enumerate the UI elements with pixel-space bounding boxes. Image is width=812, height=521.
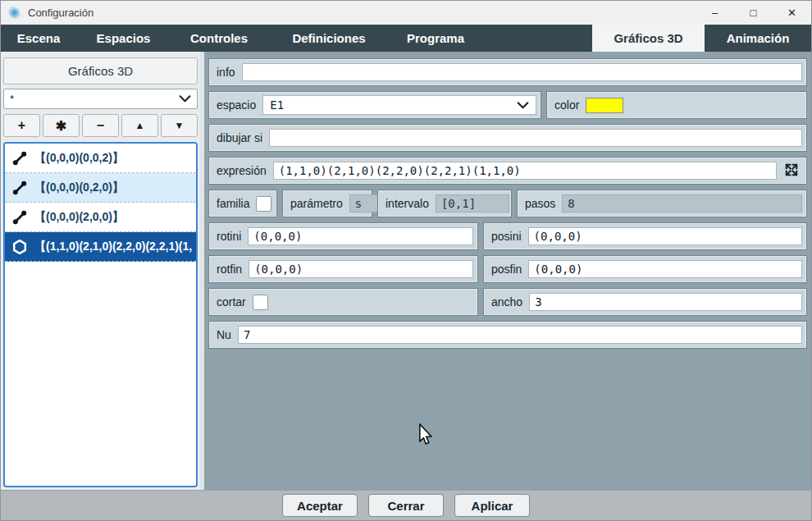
tab-definiciones[interactable]: Definiciones [267, 25, 390, 52]
row-nu: Nu [208, 321, 807, 349]
expand-icon [783, 162, 800, 181]
list-item-label: 【(0,0,0)(2,0,0)】 [34, 210, 124, 225]
info-group: info [208, 58, 807, 86]
parametro-label: parámetro [290, 197, 343, 210]
tab-graficos-3d[interactable]: Gráficos 3D [592, 25, 705, 52]
color-swatch[interactable] [586, 98, 623, 113]
tab-animacion[interactable]: Animación [705, 25, 811, 52]
intervalo-label: intervalo [385, 197, 429, 210]
tab-controles[interactable]: Controles [171, 25, 267, 52]
intervalo-group: intervalo [377, 190, 512, 217]
cortar-group: cortar [208, 288, 478, 316]
dibujar-si-label: dibujar si [217, 131, 262, 144]
posfin-group: posfin [483, 255, 807, 283]
title-bar: Configuración – □ ✕ [1, 1, 811, 25]
espacio-label: espacio [217, 98, 256, 112]
properties-panel: info espacio E1 color [204, 52, 811, 490]
posfin-label: posfin [491, 263, 522, 276]
apply-button[interactable]: Aplicar [454, 494, 530, 517]
info-label: info [217, 66, 235, 79]
cortar-checkbox[interactable] [253, 295, 268, 310]
rotfin-group: rotfin [208, 255, 478, 283]
list-toolbar: + ✱ − ▲ ▼ [3, 114, 198, 137]
pasos-input [562, 194, 802, 213]
add-item-button[interactable]: + [3, 114, 40, 137]
polygon-icon [11, 239, 28, 255]
filter-value: * [10, 93, 179, 105]
ancho-group: ancho [483, 288, 807, 316]
rotfin-label: rotfin [217, 263, 242, 276]
segment-icon [11, 180, 28, 196]
tab-programa[interactable]: Programa [390, 25, 481, 52]
list-item-label: 【(1,1,0)(2,1,0)(2,2,0)(2,2,1)(1,1,0)】 [34, 240, 193, 254]
tab-spacer [481, 25, 592, 52]
chevron-down-icon [179, 93, 191, 105]
pasos-label: pasos [525, 197, 555, 210]
posfin-input[interactable] [528, 260, 802, 278]
posini-label: posini [491, 230, 522, 243]
ancho-label: ancho [491, 295, 522, 308]
tab-espacios[interactable]: Espacios [76, 25, 171, 52]
minimize-icon[interactable]: – [696, 1, 734, 25]
expand-editor-button[interactable] [781, 160, 802, 181]
espacio-select[interactable]: E1 [262, 95, 536, 115]
row-espacio-color: espacio E1 color [208, 91, 807, 119]
duplicate-item-button[interactable]: ✱ [43, 114, 80, 137]
config-window: Configuración – □ ✕ Escena Espacios Cont… [0, 0, 812, 521]
graphics-filter-select[interactable]: * [3, 89, 198, 109]
chevron-down-icon [517, 98, 529, 112]
posini-group: posini [483, 222, 807, 250]
move-up-button[interactable]: ▲ [121, 114, 158, 137]
dibujar-si-input[interactable] [269, 129, 802, 147]
familia-checkbox[interactable] [256, 196, 271, 212]
row-expresion: expresión [208, 157, 807, 185]
info-input[interactable] [242, 63, 802, 81]
row-info: info [208, 58, 807, 86]
segment-icon [11, 209, 28, 226]
list-item[interactable]: 【(0,0,0)(0,0,2)】 [5, 144, 196, 173]
window-title: Configuración [28, 7, 696, 19]
row-familia: familia parámetro intervalo pasos [208, 190, 807, 217]
rotini-group: rotini [208, 222, 478, 250]
posini-input[interactable] [528, 227, 802, 245]
sidebar: Gráficos 3D * + ✱ − ▲ ▼ 【(0,0,0)(0 [1, 52, 200, 490]
parametro-input [349, 194, 379, 213]
app-icon [7, 6, 21, 20]
row-cortar-ancho: cortar ancho [208, 288, 807, 316]
pasos-group: pasos [517, 190, 807, 217]
close-icon[interactable]: ✕ [773, 1, 811, 25]
expresion-input[interactable] [273, 162, 777, 180]
familia-group: familia [208, 190, 277, 217]
nu-group: Nu [208, 321, 807, 349]
espacio-group: espacio E1 [208, 91, 541, 119]
maximize-icon[interactable]: □ [734, 1, 773, 25]
rotfin-input[interactable] [249, 260, 473, 278]
accept-button[interactable]: Aceptar [282, 494, 358, 517]
color-label: color [554, 98, 579, 112]
move-down-button[interactable]: ▼ [161, 114, 198, 137]
tab-escena[interactable]: Escena [1, 25, 76, 52]
row-rotfin-posfin: rotfin posfin [208, 255, 807, 283]
tab-bar: Escena Espacios Controles Definiciones P… [1, 25, 811, 52]
cortar-label: cortar [217, 295, 246, 308]
nu-label: Nu [217, 328, 231, 341]
parametro-group: parámetro [282, 190, 372, 217]
intervalo-input [436, 194, 509, 213]
main-content: Gráficos 3D * + ✱ − ▲ ▼ 【(0,0,0)(0 [1, 52, 811, 490]
dibujar-si-group: dibujar si [208, 124, 807, 152]
ancho-input[interactable] [529, 293, 802, 311]
expresion-label: expresión [217, 164, 267, 177]
rotini-input[interactable] [248, 227, 473, 245]
nu-input[interactable] [238, 326, 802, 344]
window-controls: – □ ✕ [696, 1, 811, 25]
list-item[interactable]: 【(1,1,0)(2,1,0)(2,2,0)(2,2,1)(1,1,0)】 [5, 232, 196, 262]
remove-item-button[interactable]: − [82, 114, 119, 137]
familia-label: familia [217, 197, 249, 210]
graphics-list: 【(0,0,0)(0,0,2)】 【(0,0,0)(0,2,0)】 【(0,0,… [3, 142, 198, 487]
list-item[interactable]: 【(0,0,0)(2,0,0)】 [5, 203, 196, 232]
list-item-label: 【(0,0,0)(0,0,2)】 [34, 151, 124, 166]
expresion-group: expresión [208, 157, 807, 185]
sidebar-title: Gráficos 3D [3, 57, 198, 85]
list-item[interactable]: 【(0,0,0)(0,2,0)】 [5, 173, 196, 203]
close-button[interactable]: Cerrar [368, 494, 444, 517]
